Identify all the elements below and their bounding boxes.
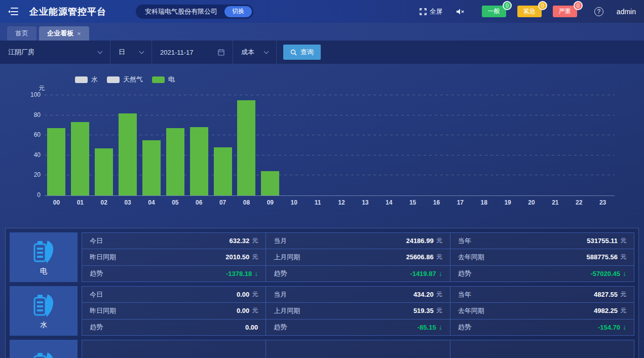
table-row: 上月同期25606.86元	[266, 249, 449, 265]
username[interactable]: admin	[617, 8, 636, 16]
query-button[interactable]: 查询	[283, 45, 321, 60]
bar-slot-10	[282, 95, 306, 195]
bar-slot-11	[306, 95, 330, 195]
plot-area: 020406080100	[45, 95, 615, 196]
row-unit: 元	[620, 236, 626, 245]
row-label: 趋势	[90, 323, 103, 332]
row-label: 去年同期	[458, 253, 484, 262]
legend-item-天然气[interactable]: 天然气	[107, 75, 143, 84]
trend-down-icon: ↓	[439, 323, 442, 331]
bar-slot-19	[496, 95, 520, 195]
resource-card-electric: 电今日632.32元昨日同期2010.50元趋势-1378.18↓当月24186…	[10, 232, 634, 282]
chevron-down-icon	[139, 49, 144, 54]
resource-label: 电	[40, 267, 47, 276]
row-unit: 元	[252, 306, 258, 315]
chevron-down-icon	[264, 49, 269, 54]
site-select[interactable]: 江阴厂房	[0, 41, 110, 64]
legend-swatch	[107, 76, 120, 83]
table-row: 当月434.20元	[266, 287, 449, 302]
tab-dashboard[interactable]: 企业看板×	[39, 26, 89, 41]
table-column: 当年45173.59元	[450, 340, 634, 358]
table-column: 今日0.00元	[82, 340, 266, 358]
x-axis-tick: 23	[591, 199, 615, 206]
table-row: 当月3625.58元	[266, 340, 449, 358]
row-label: 趋势	[458, 323, 471, 332]
resource-table: 今日632.32元昨日同期2010.50元趋势-1378.18↓当月24186.…	[82, 232, 634, 282]
x-axis-tick: 11	[306, 199, 330, 206]
alarm-buttons: 一般0紧急0严重0	[482, 6, 577, 17]
row-value: -1419.87	[410, 270, 436, 277]
bar-slot-16	[425, 95, 448, 195]
table-column: 今日632.32元昨日同期2010.50元趋势-1378.18↓	[82, 233, 266, 282]
table-row: 今日0.00元	[82, 340, 266, 358]
x-axis-tick: 00	[45, 199, 68, 206]
x-axis-tick: 19	[496, 199, 520, 206]
company-selector[interactable]: 安科瑞电气股份有限公司 切换	[136, 5, 253, 19]
switch-company-button[interactable]: 切换	[224, 6, 252, 17]
chart-legend: 水天然气电	[75, 75, 175, 84]
trend-down-icon: ↓	[439, 269, 442, 277]
bar-slot-02	[92, 95, 116, 195]
bar-slot-15	[401, 95, 425, 195]
table-row: 当年4827.55元	[450, 287, 634, 302]
row-unit: 元	[252, 290, 258, 299]
row-value: 588775.56	[587, 253, 618, 261]
bar-09	[261, 171, 279, 195]
table-row: 趋势0.00	[82, 319, 266, 335]
table-column: 当月434.20元上月同期519.35元趋势-85.15↓	[266, 287, 449, 335]
fullscreen-button[interactable]: 全屏	[420, 7, 443, 16]
row-value: 519.35	[413, 307, 434, 314]
alarm-label: 紧急	[523, 8, 536, 15]
row-value: 0.00	[237, 291, 249, 298]
x-axis-tick: 21	[543, 199, 567, 206]
table-row: 当月24186.99元	[266, 233, 449, 249]
x-axis-tick: 18	[472, 199, 496, 206]
resource-label: 水	[40, 321, 47, 330]
tab-bar: 首页企业看板×	[0, 23, 644, 41]
row-label: 趋势	[458, 269, 471, 278]
table-row: 去年同期4982.25元	[450, 302, 634, 319]
metric-select[interactable]: 成本	[233, 41, 277, 64]
bar-slot-23	[591, 95, 615, 195]
row-unit: 元	[620, 253, 626, 261]
alarm-button-3[interactable]: 严重0	[553, 6, 577, 17]
row-unit: 元	[436, 236, 442, 245]
tab-close-icon[interactable]: ×	[77, 30, 81, 37]
x-axis-tick: 04	[140, 199, 164, 206]
legend-item-水[interactable]: 水	[75, 75, 98, 84]
legend-label: 水	[91, 75, 98, 84]
date-picker[interactable]: 2021-11-17	[152, 41, 233, 64]
y-axis-tick: 60	[19, 131, 41, 138]
y-axis-tick: 20	[19, 171, 41, 178]
tab-home[interactable]: 首页	[7, 26, 36, 41]
row-value: 0.00	[245, 324, 258, 331]
mute-button[interactable]	[456, 8, 465, 15]
menu-fold-icon[interactable]	[8, 8, 18, 16]
y-axis-tick: 0	[19, 191, 41, 198]
period-select[interactable]: 日	[110, 41, 152, 64]
legend-label: 电	[168, 75, 175, 84]
bar-slot-08	[235, 95, 258, 195]
alarm-button-2[interactable]: 紧急0	[517, 6, 542, 17]
help-icon[interactable]: ?	[594, 7, 603, 16]
row-label: 当月	[274, 290, 287, 299]
legend-item-电[interactable]: 电	[152, 75, 175, 84]
row-value: 25606.86	[406, 253, 433, 261]
bar-slot-06	[187, 95, 211, 195]
x-axis-tick: 13	[353, 199, 377, 206]
x-axis-labels: 0001020304050607080910111213141516171819…	[45, 199, 615, 206]
metric-select-value: 成本	[241, 48, 254, 57]
table-row: 今日0.00元	[82, 287, 266, 302]
battery-leaf-icon	[32, 238, 55, 264]
alarm-label: 一般	[488, 8, 500, 15]
y-axis-tick: 40	[19, 151, 41, 158]
table-row: 去年同期588775.56元	[450, 249, 634, 265]
table-row: 趋势-1419.87↓	[266, 265, 449, 282]
row-unit: 元	[436, 290, 442, 299]
row-label: 趋势	[274, 323, 287, 332]
tab-label: 企业看板	[47, 29, 73, 38]
alarm-button-1[interactable]: 一般0	[482, 6, 506, 17]
search-icon	[290, 49, 297, 56]
resource-icon-card-electric: 电	[10, 232, 78, 282]
legend-swatch	[152, 76, 165, 83]
